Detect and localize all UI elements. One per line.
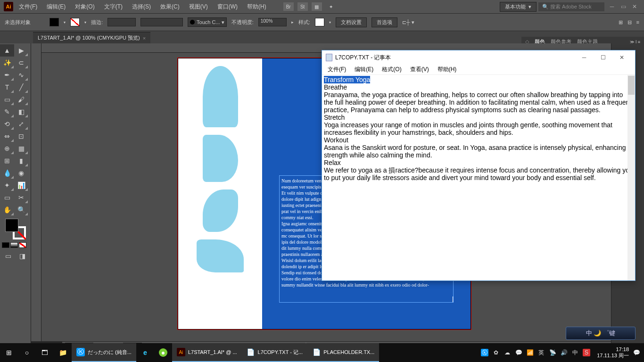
- notepad-window[interactable]: L7COPY.TXT - 记事本 ─ ☐ ✕ 文件(F) 编辑(E) 格式(O)…: [322, 50, 636, 281]
- browser-button[interactable]: ●: [154, 343, 172, 362]
- tray-app-icon[interactable]: ⓚ: [481, 349, 488, 356]
- tray-wifi-icon[interactable]: 📡: [549, 349, 556, 356]
- tray-network-icon[interactable]: 📶: [526, 349, 534, 356]
- artboard-tool[interactable]: ▭: [0, 191, 14, 204]
- start-button[interactable]: ⊞: [0, 343, 18, 362]
- workspace-switcher[interactable]: 基本功能 ▾: [500, 2, 537, 12]
- tray-ime-en-icon[interactable]: 英: [537, 349, 545, 356]
- notepad-minimize[interactable]: ─: [575, 51, 594, 64]
- tray-sogou-icon[interactable]: S: [583, 349, 590, 356]
- tray-onedrive-icon[interactable]: ☁: [504, 349, 511, 356]
- gradient-tool[interactable]: ▮: [14, 155, 28, 167]
- eyedropper-tool[interactable]: 💧: [0, 167, 14, 179]
- taskbar-clock[interactable]: 17:18 17.11.13 周一: [597, 346, 629, 359]
- notepad-titlebar[interactable]: L7COPY.TXT - 记事本 ─ ☐ ✕: [322, 50, 635, 65]
- window-maximize[interactable]: ▭: [618, 2, 629, 11]
- change-screen-mode[interactable]: ◨: [16, 250, 30, 262]
- mesh-tool[interactable]: ⊞: [0, 155, 14, 167]
- gradient-mode-swatch[interactable]: [10, 242, 18, 248]
- hand-tool[interactable]: ✋: [0, 204, 14, 216]
- notepad2-taskbar-button[interactable]: 📄PLACEHOLDER.TX...: [307, 343, 379, 362]
- menu-effect[interactable]: 效果(C): [157, 1, 183, 13]
- tray-wechat-icon[interactable]: 💬: [515, 349, 522, 356]
- menu-window[interactable]: 窗口(W): [214, 1, 241, 13]
- notepad-scrollbar[interactable]: [627, 75, 635, 280]
- notepad-taskbar-button[interactable]: 📄L7COPY.TXT - 记...: [242, 343, 308, 362]
- lasso-tool[interactable]: ⊂: [14, 57, 28, 69]
- menu-help[interactable]: 帮助(H): [243, 1, 270, 13]
- width-tool[interactable]: ⇔: [0, 130, 14, 142]
- notepad-menu-format[interactable]: 格式(O): [378, 65, 405, 74]
- rotate-tool[interactable]: ⟲: [0, 118, 14, 130]
- fill-swatch[interactable]: [50, 18, 59, 26]
- notepad-maximize[interactable]: ☐: [594, 51, 612, 64]
- gpu-icon[interactable]: ✦: [326, 2, 336, 11]
- scale-tool[interactable]: ⤢: [14, 118, 28, 130]
- color-mode-swatch[interactable]: [2, 242, 9, 248]
- notepad-text-area[interactable]: Transform Yoga Breathe Pranayama, the yo…: [322, 75, 635, 280]
- zoom-tool[interactable]: 🔍: [14, 204, 28, 216]
- menu-file[interactable]: 文件(F): [15, 1, 41, 13]
- ruler-vertical[interactable]: [31, 43, 41, 341]
- notepad-menu-view[interactable]: 查看(V): [406, 65, 433, 74]
- tray-volume-icon[interactable]: 🔊: [560, 349, 568, 356]
- none-mode-swatch[interactable]: [19, 242, 26, 248]
- tray-ime-cn-icon[interactable]: 中: [571, 349, 579, 356]
- arrange-icon[interactable]: ▦: [312, 2, 322, 11]
- perspective-tool[interactable]: ▦: [14, 142, 28, 155]
- menu-view[interactable]: 视图(V): [185, 1, 212, 13]
- window-close[interactable]: ✕: [629, 2, 640, 11]
- menu-select[interactable]: 选择(S): [128, 1, 155, 13]
- paintbrush-tool[interactable]: 🖌: [14, 93, 28, 106]
- magic-wand-tool[interactable]: ✨: [0, 57, 14, 69]
- menu-type[interactable]: 文字(T): [100, 1, 126, 13]
- cortana-button[interactable]: ○: [18, 343, 36, 362]
- preferences-button[interactable]: 首选项: [372, 17, 397, 27]
- menu-edit[interactable]: 编辑(E): [43, 1, 69, 13]
- screen-mode[interactable]: ▭: [1, 250, 16, 262]
- align-icon[interactable]: ⊏┼ ▾: [402, 19, 414, 25]
- stroke-swatch[interactable]: [70, 18, 80, 26]
- bridge-icon[interactable]: Br: [283, 2, 294, 11]
- document-tab[interactable]: L7START_1.AI* @ 100% (CMYK/GPU 预览) ×: [33, 32, 150, 43]
- taskview-button[interactable]: 🗔: [36, 343, 54, 362]
- eraser-tool[interactable]: ◧: [14, 106, 28, 118]
- fill-stroke-control[interactable]: [5, 219, 26, 239]
- illustrator-taskbar-button[interactable]: AiL7START_1.AI* @ ...: [172, 343, 242, 362]
- graph-tool[interactable]: 📊: [14, 179, 28, 191]
- notification-center-icon[interactable]: 💬: [633, 349, 640, 356]
- ime-indicator[interactable]: 中 🌙 ゜键: [566, 327, 636, 340]
- type-tool[interactable]: T: [0, 81, 14, 93]
- graphic-style-swatch[interactable]: [315, 18, 324, 26]
- direct-selection-tool[interactable]: ▶: [14, 44, 28, 57]
- menu-object[interactable]: 对象(O): [71, 1, 98, 13]
- curvature-tool[interactable]: ∿: [14, 69, 28, 81]
- stroke-weight-input[interactable]: [107, 18, 136, 26]
- symbol-sprayer-tool[interactable]: ✦: [0, 179, 14, 191]
- explorer-button[interactable]: 📁: [54, 343, 72, 362]
- shape-builder-tool[interactable]: ⊕: [0, 142, 14, 155]
- opacity-input[interactable]: 100%: [258, 18, 287, 26]
- window-minimize[interactable]: ─: [606, 2, 618, 11]
- notepad-menu-help[interactable]: 帮助(H): [434, 65, 461, 74]
- notepad-close[interactable]: ✕: [612, 51, 631, 64]
- edge-button[interactable]: e: [136, 343, 154, 362]
- tray-app2-icon[interactable]: ✿: [492, 349, 500, 356]
- var-width-profile[interactable]: [140, 18, 183, 26]
- blend-tool[interactable]: ◉: [14, 167, 28, 179]
- selection-tool[interactable]: ▲: [0, 44, 14, 57]
- transform-panel-icon[interactable]: ⊞: [619, 19, 623, 25]
- document-tab-close[interactable]: ×: [143, 35, 146, 41]
- document-setup-button[interactable]: 文档设置: [336, 17, 367, 27]
- pen-tool[interactable]: ✒: [0, 69, 14, 81]
- panel-menu-icon[interactable]: ≡: [636, 19, 639, 25]
- music-app-button[interactable]: Ⓚだったのに (純音...: [72, 343, 136, 362]
- free-transform-tool[interactable]: ⊡: [14, 130, 28, 142]
- brush-name[interactable]: Touch C...: [197, 19, 220, 25]
- line-tool[interactable]: ╱: [14, 81, 28, 93]
- rectangle-tool[interactable]: ▭: [0, 93, 14, 106]
- notepad-menu-file[interactable]: 文件(F): [324, 65, 350, 74]
- stock-search-input[interactable]: 🔍 搜索 Adobe Stock: [538, 2, 604, 11]
- align-panel-icon[interactable]: ⊟: [627, 19, 632, 25]
- notepad-menu-edit[interactable]: 编辑(E): [351, 65, 377, 74]
